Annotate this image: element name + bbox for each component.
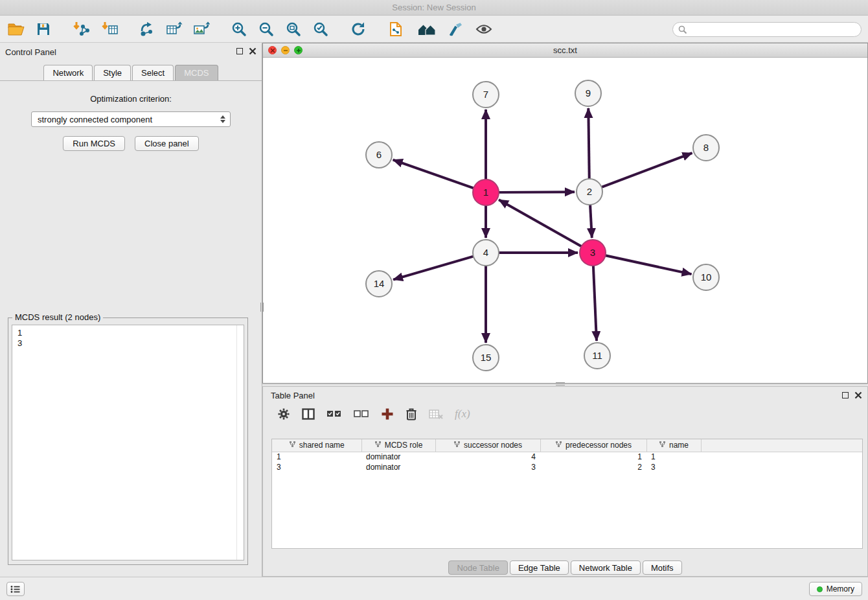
- table-cell[interactable]: 1: [540, 452, 646, 462]
- mcds-result-list[interactable]: 13: [12, 325, 244, 560]
- task-history-icon[interactable]: [6, 582, 25, 596]
- close-panel-button[interactable]: Close panel: [135, 136, 199, 151]
- result-line: 1: [12, 328, 244, 338]
- graph-node-15[interactable]: 15: [473, 345, 499, 371]
- column-manager-icon[interactable]: [302, 406, 315, 422]
- run-mcds-button[interactable]: Run MCDS: [63, 136, 125, 151]
- memory-button[interactable]: Memory: [809, 582, 862, 596]
- graph-node-6[interactable]: 6: [366, 142, 392, 168]
- vertical-splitter-handle[interactable]: [260, 303, 264, 312]
- column-header-name[interactable]: name: [646, 439, 701, 452]
- refresh-view-icon[interactable]: [347, 19, 369, 40]
- show-graphics-details-icon[interactable]: [473, 19, 495, 40]
- column-header-label: MCDS role: [385, 441, 423, 450]
- graph-node-2[interactable]: 2: [577, 179, 602, 205]
- duplicate-network-icon[interactable]: [385, 19, 407, 40]
- control-panel-tabs: NetworkStyleSelectMCDS: [0, 61, 262, 81]
- graph-edge-2-3[interactable]: [590, 205, 592, 238]
- close-window-icon[interactable]: [268, 46, 277, 54]
- tab-edge-table[interactable]: Edge Table: [510, 560, 569, 575]
- tab-select[interactable]: Select: [132, 65, 174, 80]
- graph-node-1[interactable]: 1: [473, 179, 499, 205]
- network-canvas[interactable]: 7968124314101511: [263, 58, 867, 383]
- graph-node-7[interactable]: 7: [473, 82, 499, 108]
- window-titlebar: Session: New Session: [0, 0, 868, 16]
- criterion-dropdown[interactable]: strongly connected component: [31, 111, 231, 127]
- delete-column-icon[interactable]: [405, 406, 417, 422]
- add-column-icon[interactable]: [381, 406, 394, 422]
- table-body: 1dominator4113dominator323: [272, 452, 862, 472]
- graph-node-8[interactable]: 8: [693, 135, 719, 161]
- import-network-icon[interactable]: [70, 19, 92, 40]
- zoom-selected-icon[interactable]: [310, 19, 332, 40]
- graph-node-4[interactable]: 4: [473, 240, 499, 266]
- graph-edge-1-2[interactable]: [499, 192, 575, 192]
- dropdown-arrows-icon: [220, 115, 225, 123]
- column-header-predecessor-nodes[interactable]: predecessor nodes: [540, 439, 646, 452]
- horizontal-splitter-handle[interactable]: [556, 382, 565, 386]
- export-table-icon[interactable]: [163, 19, 185, 40]
- table-row[interactable]: 1dominator411: [272, 452, 862, 462]
- graph-edge-2-8[interactable]: [602, 153, 692, 187]
- table-cell[interactable]: 1: [646, 452, 701, 462]
- table-cell[interactable]: 1: [272, 452, 361, 462]
- table-cell[interactable]: 3: [272, 462, 361, 472]
- tab-node-table[interactable]: Node Table: [448, 560, 508, 575]
- minimize-window-icon[interactable]: [281, 46, 290, 54]
- result-scrollbar-track[interactable]: [236, 325, 237, 560]
- table-panel-tabs: Node TableEdge TableNetwork TableMotifs: [263, 560, 867, 575]
- tab-mcds[interactable]: MCDS: [175, 65, 218, 80]
- table-cell[interactable]: dominator: [361, 452, 435, 462]
- sort-hierarchy-icon: [659, 441, 666, 450]
- graph-node-14[interactable]: 14: [366, 271, 392, 297]
- graph-edge-3-11[interactable]: [593, 266, 597, 341]
- apply-style-icon[interactable]: [444, 19, 466, 40]
- table-cell[interactable]: 3: [646, 462, 701, 472]
- network-window-titlebar[interactable]: scc.txt: [263, 43, 867, 58]
- import-table-icon[interactable]: [98, 19, 120, 40]
- graph-edge-3-10[interactable]: [606, 255, 692, 274]
- table-cell[interactable]: dominator: [361, 462, 435, 472]
- graph-edge-3-1[interactable]: [499, 200, 582, 246]
- tab-style[interactable]: Style: [94, 65, 131, 80]
- float-panel-icon[interactable]: [236, 48, 243, 54]
- tab-network-table[interactable]: Network Table: [571, 560, 641, 575]
- tab-motifs[interactable]: Motifs: [643, 560, 682, 575]
- open-file-icon[interactable]: [5, 19, 27, 40]
- column-header-shared-name[interactable]: shared name: [272, 439, 361, 452]
- tab-network[interactable]: Network: [43, 65, 93, 80]
- sort-hierarchy-icon: [453, 441, 461, 450]
- search-box[interactable]: [672, 22, 862, 37]
- main-toolbar: [0, 16, 868, 43]
- graph-node-10[interactable]: 10: [693, 264, 719, 290]
- deselect-all-rows-icon[interactable]: [354, 406, 369, 422]
- search-input[interactable]: [691, 25, 856, 34]
- export-image-icon[interactable]: [190, 19, 212, 40]
- table-settings-gear-icon[interactable]: [277, 406, 290, 422]
- table-cell[interactable]: 2: [540, 462, 646, 472]
- home-panels-icon[interactable]: [416, 19, 438, 40]
- close-table-panel-icon[interactable]: [854, 391, 862, 399]
- graph-node-9[interactable]: 9: [575, 80, 601, 106]
- graph-edge-2-9[interactable]: [588, 108, 589, 179]
- graph-edge-1-6[interactable]: [393, 160, 474, 189]
- graph-edge-4-14[interactable]: [393, 257, 474, 280]
- graph-node-11[interactable]: 11: [584, 343, 610, 369]
- memory-status-icon: [817, 586, 823, 592]
- graph-node-3[interactable]: 3: [580, 240, 606, 266]
- zoom-in-icon[interactable]: [228, 19, 250, 40]
- table-cell[interactable]: 4: [435, 452, 540, 462]
- table-row[interactable]: 3dominator323: [272, 462, 862, 472]
- zoom-window-icon[interactable]: [294, 46, 303, 54]
- column-header-successor-nodes[interactable]: successor nodes: [435, 439, 540, 452]
- save-session-icon[interactable]: [32, 19, 54, 40]
- close-panel-icon[interactable]: [249, 47, 257, 55]
- select-all-rows-icon[interactable]: [326, 406, 342, 422]
- table-cell[interactable]: 3: [435, 462, 540, 472]
- column-header-mcds-role[interactable]: MCDS role: [361, 439, 435, 452]
- network-from-url-icon[interactable]: [136, 19, 158, 40]
- zoom-fit-icon[interactable]: [282, 19, 304, 40]
- float-table-panel-icon[interactable]: [842, 392, 849, 398]
- zoom-out-icon[interactable]: [255, 19, 277, 40]
- table-panel-title: Table Panel: [271, 391, 315, 400]
